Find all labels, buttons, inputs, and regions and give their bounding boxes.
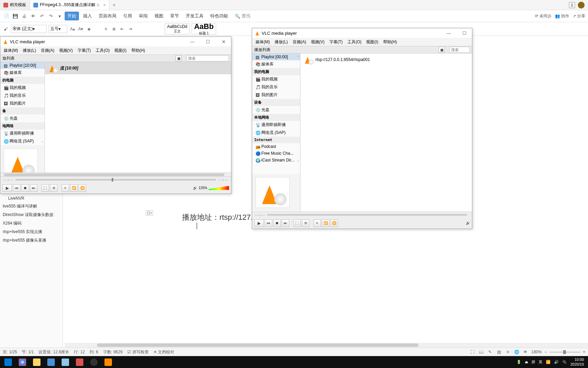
taskbar-vlc[interactable]: [101, 357, 115, 368]
nav-item[interactable]: LiveNVR: [2, 195, 61, 202]
taskbar-wps[interactable]: [44, 357, 58, 368]
menu-insert[interactable]: 插入: [80, 12, 95, 20]
outline-view-icon[interactable]: ≡: [505, 349, 511, 355]
next-button[interactable]: ⏭: [282, 219, 289, 227]
nav-item[interactable]: rtsp+live555 摄像头直播: [2, 236, 61, 245]
playlist-item[interactable]: 流 [10:00]: [45, 62, 231, 74]
menu-audio[interactable]: 音频(A): [291, 39, 308, 46]
tray-ime[interactable]: 拼: [532, 359, 535, 365]
settings-button[interactable]: ⚙: [302, 219, 309, 227]
tray-power-icon[interactable]: 🔌: [562, 360, 567, 364]
zoom-level[interactable]: 180%: [531, 350, 542, 354]
vlc1-hscroll[interactable]: [0, 172, 231, 177]
sidebar-myvideo[interactable]: 🎬我的视频: [252, 75, 300, 83]
view-mode-button[interactable]: ▦: [176, 55, 182, 61]
save-icon[interactable]: 💾: [12, 12, 19, 20]
sidebar-disc[interactable]: 💿光盘: [252, 106, 300, 114]
menu-tools[interactable]: 工具(O): [94, 47, 112, 54]
playlist-search-input[interactable]: [450, 47, 470, 53]
sidebar-icast[interactable]: 🌍iCast Stream Dir...⌄: [252, 157, 300, 164]
prev-button[interactable]: ⏮: [265, 219, 272, 227]
sidebar-upnp[interactable]: 📡通用即插即播: [252, 121, 300, 129]
font-family-select[interactable]: 宋体 (正文) ▾: [11, 25, 47, 33]
playlist-item[interactable]: rtsp://127.0.0.1:8554/rtspa001: [300, 53, 472, 66]
dropdown-icon[interactable]: ▾: [56, 12, 63, 20]
volume-slider[interactable]: [209, 186, 229, 190]
search-box[interactable]: 🔍查找: [235, 13, 250, 19]
minimize-button[interactable]: —: [187, 39, 197, 44]
collab-button[interactable]: 👥协作: [555, 13, 569, 19]
shuffle-button[interactable]: 🔀: [330, 219, 338, 227]
loop-button[interactable]: 🔁: [70, 184, 78, 192]
speaker-icon[interactable]: 🔊: [193, 186, 197, 190]
taskbar-clock[interactable]: 10:002020/10: [570, 357, 584, 366]
menu-audio[interactable]: 音频(A): [39, 47, 56, 54]
taskbar-obs[interactable]: [87, 357, 101, 368]
start-button[interactable]: [1, 357, 15, 368]
vlc2-playlist-area[interactable]: rtsp://127.0.0.1:8554/rtspa001: [300, 53, 472, 212]
new-tab-button[interactable]: +: [109, 2, 119, 8]
nav-item[interactable]: DirectShow 读取摄像头数据: [2, 211, 61, 219]
eye-icon[interactable]: 👁: [522, 349, 528, 355]
taskbar-explorer[interactable]: [30, 357, 44, 368]
fullscreen-button[interactable]: ⛶: [42, 184, 49, 192]
stop-button[interactable]: ⏹: [21, 184, 29, 192]
redo-icon[interactable]: ↷: [47, 12, 54, 20]
menu-video[interactable]: 视频(V): [309, 39, 327, 46]
indent-left-icon[interactable]: ⇤: [119, 26, 125, 32]
chevron-down-icon[interactable]: ⌄: [41, 139, 44, 143]
view-mode-button[interactable]: ▦: [439, 47, 445, 53]
doc-horizontal-scrollbar[interactable]: [65, 343, 588, 348]
new-file-icon[interactable]: 📄: [3, 12, 10, 20]
nav-item[interactable]: live555 编译与讲解: [2, 202, 61, 211]
sidebar-upnp[interactable]: 📡通用即插即播: [0, 129, 45, 137]
style-heading1[interactable]: AaBb标题 1: [192, 24, 216, 34]
print-icon[interactable]: 🖨: [20, 12, 28, 20]
sidebar-playlist[interactable]: ▤Playlist [00:00]⌃: [252, 53, 300, 60]
menu-devtools[interactable]: 开发工具: [183, 12, 206, 20]
chevron-down-icon[interactable]: ⌄: [297, 158, 299, 162]
menu-sections[interactable]: 章节: [167, 12, 182, 20]
menu-features[interactable]: 特色功能: [208, 12, 231, 20]
preview-icon[interactable]: 👁: [29, 12, 37, 20]
minimize-button[interactable]: —: [444, 31, 454, 36]
menu-layout[interactable]: 页面布局: [96, 12, 119, 20]
sidebar-playlist[interactable]: ▤Playlist [10:00]: [0, 62, 45, 69]
menu-view[interactable]: 视图(I): [112, 47, 128, 54]
vlc1-titlebar[interactable]: VLC media player — ☐ ✕: [0, 37, 231, 46]
taskbar-notepad[interactable]: [59, 357, 72, 368]
menu-playback[interactable]: 播放(L): [273, 39, 290, 46]
menu-video[interactable]: 视频(V): [57, 47, 75, 54]
seek-slider[interactable]: [15, 179, 216, 181]
menu-media[interactable]: 媒体(M): [2, 47, 20, 54]
sidebar-myvideo[interactable]: 🎬我的视频: [0, 84, 45, 92]
tray-up-icon[interactable]: ⏏: [525, 360, 528, 364]
font-grow-icon[interactable]: A▴: [69, 26, 76, 32]
menu-playback[interactable]: 播放(L): [21, 47, 38, 54]
status-page[interactable]: 页: 1/25: [3, 349, 17, 355]
sidebar-mymusic[interactable]: 🎵我的音乐: [0, 92, 45, 99]
vlc1-playlist-area[interactable]: 流 [10:00]: [45, 62, 231, 172]
read-mode-icon[interactable]: 📖: [478, 349, 484, 355]
sidebar-sap[interactable]: 🌐网络流 (SAP): [252, 129, 300, 137]
status-words[interactable]: 字数: 9629: [103, 349, 122, 355]
wps-tab-document[interactable]: FFmpeg4.3...555直播点播详解⎘×: [30, 0, 109, 10]
sidebar-podcast[interactable]: 📻Podcast: [252, 143, 300, 150]
fullscreen-button[interactable]: ⛶: [293, 219, 301, 227]
zoom-slider[interactable]: [550, 352, 580, 353]
sidebar-mypics[interactable]: 🖼我的图片: [0, 99, 45, 107]
prev-button[interactable]: ⏮: [13, 184, 20, 192]
font-shrink-icon[interactable]: A▾: [78, 26, 84, 32]
close-icon[interactable]: ×: [103, 3, 105, 7]
status-spell[interactable]: ☑ 拼写检查: [127, 349, 148, 355]
seek-slider[interactable]: [267, 214, 467, 216]
shuffle-button[interactable]: 🔀: [79, 184, 86, 192]
menu-help[interactable]: 帮助(H): [381, 39, 399, 46]
paste-options-icon[interactable]: 📋▾: [146, 210, 153, 216]
maximize-button[interactable]: ☐: [203, 39, 213, 44]
tray-wifi-icon[interactable]: 📶: [546, 360, 551, 364]
share-button[interactable]: ↗分享: [573, 13, 585, 19]
playlist-button[interactable]: ≡: [313, 219, 321, 227]
indent-right-icon[interactable]: ⇥: [127, 26, 133, 32]
nav-item[interactable]: rtsp+live555 实现点播: [2, 228, 61, 236]
